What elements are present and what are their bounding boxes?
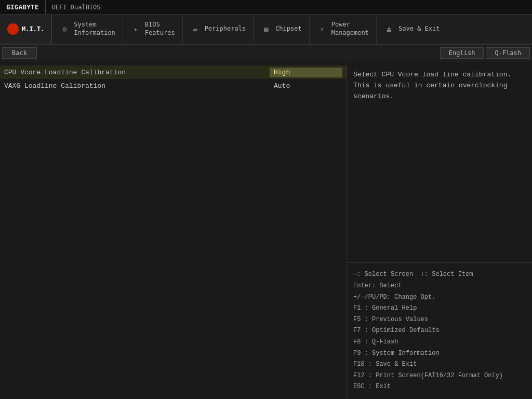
mit-dot bbox=[7, 23, 19, 35]
chipset-icon: ▦ bbox=[261, 24, 271, 34]
tab-power-management[interactable]: ⚡ PowerManagement bbox=[310, 15, 377, 44]
tab-save-exit[interactable]: ⏏ Save & Exit bbox=[377, 15, 447, 44]
info-panel: Select CPU Vcore load line calibration.T… bbox=[347, 61, 532, 399]
main-content: CPU Vcore Loadline Calibration High VAXG… bbox=[0, 61, 532, 399]
help-line-6: F7 : Optimized Defaults bbox=[353, 325, 526, 337]
gigabyte-logo: GIGABYTE bbox=[0, 0, 46, 14]
toolbar: Back English Q-Flash bbox=[0, 45, 532, 61]
tab-system-information-label: SystemInformation bbox=[74, 21, 115, 37]
tab-chipset-label: Chipset bbox=[275, 25, 302, 33]
help-line-2: Enter: Select bbox=[353, 281, 526, 292]
description-text: Select CPU Vcore load line calibration.T… bbox=[353, 71, 511, 100]
help-line-3: +/-/PU/PD: Change Opt. bbox=[353, 292, 526, 303]
peripherals-icon: ⇌ bbox=[190, 24, 201, 34]
tab-peripherals[interactable]: ⇌ Peripherals bbox=[183, 15, 254, 44]
setting-name-cpu-vcore: CPU Vcore Loadline Calibration bbox=[4, 69, 270, 76]
help-line-7: F8 : Q-Flash bbox=[353, 337, 526, 348]
settings-row-vaxg[interactable]: VAXG Loadline Calibration Auto bbox=[0, 79, 347, 92]
help-line-5: F5 : Previous Values bbox=[353, 314, 526, 326]
nav-tabs: M.I.T. ⚙ SystemInformation ✦ BIOSFeature… bbox=[0, 15, 532, 45]
bios-features-icon: ✦ bbox=[130, 24, 141, 34]
help-line-8: F9 : System Information bbox=[353, 348, 526, 360]
help-box: ↔: Select Screen ↕: Select Item Enter: S… bbox=[347, 263, 532, 399]
help-line-10: F12 : Print Screen(FAT16/32 Format Only) bbox=[353, 370, 526, 382]
description-box: Select CPU Vcore load line calibration.T… bbox=[347, 61, 532, 263]
tab-save-exit-label: Save & Exit bbox=[398, 25, 440, 33]
setting-value-cpu-vcore: High bbox=[270, 68, 342, 77]
help-line-11: ESC : Exit bbox=[353, 381, 526, 393]
qflash-button[interactable]: Q-Flash bbox=[486, 47, 530, 59]
help-line-9: F10 : Save & Exit bbox=[353, 359, 526, 370]
setting-name-vaxg: VAXG Loadline Calibration bbox=[4, 82, 270, 90]
tab-mit[interactable]: M.I.T. bbox=[0, 15, 52, 44]
tab-chipset[interactable]: ▦ Chipset bbox=[254, 15, 310, 44]
tab-peripherals-label: Peripherals bbox=[205, 25, 246, 33]
settings-row-cpu-vcore[interactable]: CPU Vcore Loadline Calibration High bbox=[0, 65, 347, 79]
tab-mit-label: M.I.T. bbox=[22, 25, 44, 33]
tab-power-management-label: PowerManagement bbox=[331, 21, 369, 37]
settings-panel: CPU Vcore Loadline Calibration High VAXG… bbox=[0, 61, 347, 399]
back-button[interactable]: Back bbox=[2, 47, 37, 59]
power-icon: ⚡ bbox=[317, 24, 327, 34]
tab-bios-features-label: BIOSFeatures bbox=[145, 21, 175, 37]
tab-bios-features[interactable]: ✦ BIOSFeatures bbox=[123, 15, 183, 44]
save-exit-icon: ⏏ bbox=[384, 24, 394, 34]
system-info-icon: ⚙ bbox=[59, 24, 70, 34]
setting-value-vaxg: Auto bbox=[270, 82, 342, 90]
language-button[interactable]: English bbox=[440, 47, 484, 59]
help-line-1: ↔: Select Screen ↕: Select Item bbox=[353, 269, 526, 281]
help-line-4: F1 : General Help bbox=[353, 303, 526, 314]
tab-system-information[interactable]: ⚙ SystemInformation bbox=[52, 15, 123, 44]
title-bar: GIGABYTE UEFI DualBIOS bbox=[0, 0, 532, 15]
uefi-label: UEFI DualBIOS bbox=[46, 4, 107, 11]
